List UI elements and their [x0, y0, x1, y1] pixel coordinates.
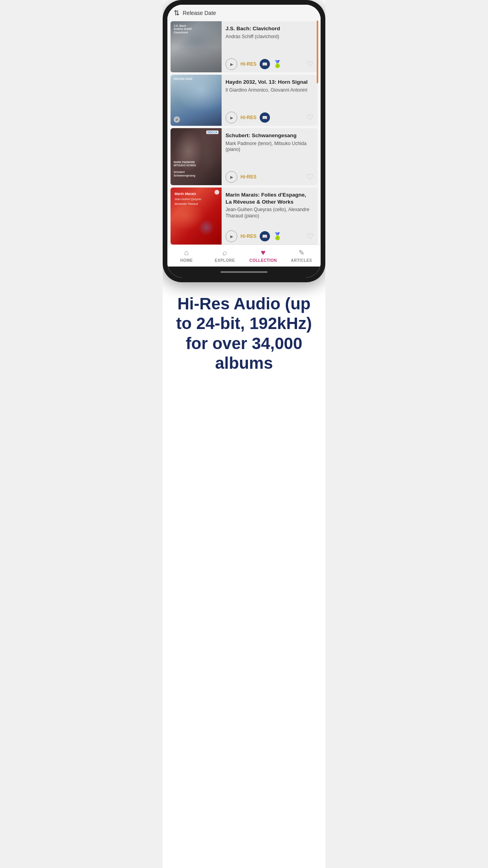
play-button-marin[interactable]	[226, 230, 237, 242]
award-icon-marin	[273, 231, 282, 242]
heart-button-bach[interactable]	[306, 59, 314, 69]
album-cover-bach: J.S. BachAndrás SchiffClavichord	[171, 21, 222, 72]
cover-haydn-alpha: α	[174, 116, 180, 123]
nav-item-collection[interactable]: ♥ COLLECTION	[244, 248, 283, 263]
cover-schubert-names: MARK PADMOREMITSUKO UCHIDASchubertSchwan…	[174, 161, 196, 177]
album-actions-haydn: Hi-RES	[226, 108, 314, 123]
sort-label: Release Date	[183, 10, 216, 16]
hires-label-schubert: Hi-RES	[240, 174, 257, 180]
home-icon: ⌂	[184, 248, 189, 257]
hires-label-bach: Hi-RES	[240, 61, 257, 67]
nav-item-articles[interactable]: ✎ ARTICLES	[283, 248, 321, 263]
marketing-section: Hi-Res Audio (up to 24-bit, 192kHz) for …	[163, 282, 325, 389]
heart-button-marin[interactable]	[306, 232, 314, 241]
home-indicator	[167, 267, 321, 278]
album-cover-schubert: DECCA MARK PADMOREMITSUKO UCHIDASchubert…	[171, 128, 222, 185]
articles-icon: ✎	[299, 248, 305, 257]
booklet-icon-marin[interactable]	[260, 231, 270, 241]
marketing-text: Hi-Res Audio (up to 24-bit, 192kHz) for …	[172, 294, 316, 373]
nav-item-explore[interactable]: ⌕ EXPLORE	[206, 248, 244, 263]
heart-button-schubert[interactable]	[306, 172, 314, 182]
album-info-schubert: Schubert: Schwanengesang Mark Padmore (t…	[222, 128, 317, 185]
bottom-nav: ⌂ HOME ⌕ EXPLORE ♥ COLLECTION ✎ ARTICLES	[167, 245, 321, 267]
album-artist-bach: András Schiff (clavichord)	[226, 34, 314, 40]
scrollbar-accent	[317, 20, 318, 83]
explore-icon: ⌕	[222, 248, 227, 257]
play-button-bach[interactable]	[226, 58, 237, 70]
nav-label-explore: EXPLORE	[215, 258, 235, 263]
home-bar	[220, 271, 268, 273]
sort-header[interactable]: ⇅ Release Date	[167, 5, 321, 21]
album-artist-schubert: Mark Padmore (tenor), Mitsuko Uchida (pi…	[226, 141, 314, 153]
booklet-icon-haydn[interactable]	[260, 112, 270, 123]
album-title-marin: Marin Marais: Folies d'Espagne, La Rêveu…	[226, 191, 314, 205]
album-info-haydn: Haydn 2032, Vol. 13: Horn Signal Il Giar…	[222, 75, 317, 126]
play-button-schubert[interactable]	[226, 171, 237, 183]
nav-label-articles: ARTICLES	[291, 258, 312, 263]
sort-arrows-icon: ⇅	[174, 9, 180, 17]
phone-screen: ⇅ Release Date J.S. BachAndrás SchiffCla…	[167, 5, 321, 278]
heart-button-haydn[interactable]	[306, 113, 314, 122]
album-card-haydn: HAYDN 2032 α Haydn 2032, Vol. 13: Horn S…	[171, 75, 317, 126]
album-artist-haydn: Il Giardino Armonico, Giovanni Antonini	[226, 87, 314, 94]
album-actions-marin: Hi-RES	[226, 227, 314, 242]
album-cover-marin: Marin MaraisJean-Guihen QueyrasAlexandre…	[171, 188, 222, 245]
play-button-haydn[interactable]	[226, 112, 237, 123]
album-cover-haydn: HAYDN 2032 α	[171, 75, 222, 126]
album-actions-bach: Hi-RES	[226, 55, 314, 70]
nav-label-collection: COLLECTION	[250, 258, 277, 263]
collection-icon: ♥	[261, 248, 266, 257]
album-info-bach: J.S. Bach: Clavichord András Schiff (cla…	[222, 21, 317, 72]
cover-marin-harmonia	[215, 190, 219, 195]
cover-bach-text: J.S. BachAndrás SchiffClavichord	[174, 24, 192, 34]
hires-label-marin: Hi-RES	[240, 234, 257, 239]
album-artist-marin: Jean-Guihen Queyras (cello), Alexandre T…	[226, 207, 314, 219]
album-title-bach: J.S. Bach: Clavichord	[226, 25, 314, 32]
nav-item-home[interactable]: ⌂ HOME	[167, 248, 206, 263]
album-card-bach: J.S. BachAndrás SchiffClavichord J.S. Ba…	[171, 21, 317, 72]
album-list: J.S. BachAndrás SchiffClavichord J.S. Ba…	[167, 21, 321, 245]
album-title-haydn: Haydn 2032, Vol. 13: Horn Signal	[226, 79, 314, 86]
album-card-marin: Marin MaraisJean-Guihen QueyrasAlexandre…	[171, 188, 317, 245]
album-info-marin: Marin Marais: Folies d'Espagne, La Rêveu…	[222, 188, 317, 245]
cover-haydn-text: HAYDN 2032	[174, 77, 193, 81]
cover-marin-text: Marin MaraisJean-Guihen QueyrasAlexandre…	[174, 191, 201, 206]
album-title-schubert: Schubert: Schwanengesang	[226, 132, 314, 139]
award-icon-bach	[273, 59, 282, 70]
booklet-icon-bach[interactable]	[260, 59, 270, 69]
album-actions-schubert: Hi-RES	[226, 168, 314, 183]
album-card-schubert: DECCA MARK PADMOREMITSUKO UCHIDASchubert…	[171, 128, 317, 185]
nav-label-home: HOME	[180, 258, 193, 263]
phone-shell: ⇅ Release Date J.S. BachAndrás SchiffCla…	[163, 0, 325, 282]
app-container: ⇅ Release Date J.S. BachAndrás SchiffCla…	[163, 0, 325, 868]
phone-inner: ⇅ Release Date J.S. BachAndrás SchiffCla…	[167, 5, 321, 278]
hires-label-haydn: Hi-RES	[240, 115, 257, 120]
cover-schubert-decca: DECCA	[206, 131, 218, 134]
